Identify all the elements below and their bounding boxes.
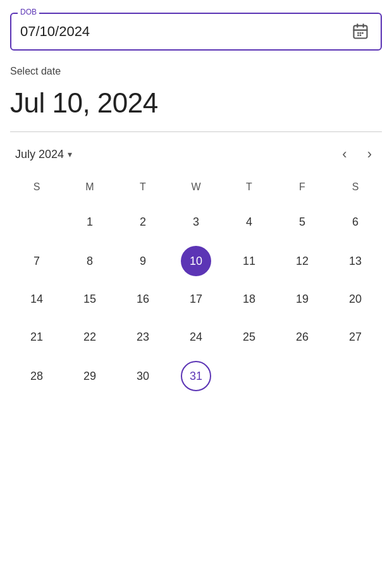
big-date-display: Jul 10, 2024: [10, 87, 382, 119]
calendar-week-row: 14151617181920: [10, 280, 382, 318]
day-empty: [287, 360, 317, 390]
calendar-cell: 26: [276, 318, 329, 356]
weekday-header: W: [169, 176, 223, 202]
day-button[interactable]: 3: [181, 207, 211, 237]
calendar-cell: 27: [329, 318, 382, 356]
calendar-icon: [352, 23, 369, 40]
day-button[interactable]: 23: [128, 322, 158, 352]
day-button[interactable]: 6: [340, 207, 371, 237]
next-month-button[interactable]: ›: [362, 145, 377, 164]
day-button[interactable]: 13: [340, 246, 371, 276]
calendar-cell: 29: [63, 356, 116, 396]
nav-arrows: ‹ ›: [337, 145, 377, 164]
day-button[interactable]: 7: [21, 246, 52, 276]
day-button[interactable]: 19: [287, 284, 317, 314]
calendar-cell: 15: [63, 280, 116, 318]
weekday-row: SMTWTFS: [10, 176, 382, 202]
calendar-cell: 31: [169, 356, 223, 396]
weekday-header: T: [223, 176, 276, 202]
weekday-header: S: [10, 176, 63, 202]
calendar-cell: 10: [169, 242, 223, 280]
calendar-cell: 2: [116, 202, 169, 242]
dob-input-row: 07/10/2024: [20, 20, 372, 43]
weekday-header: M: [63, 176, 116, 202]
day-button[interactable]: 10: [181, 246, 211, 276]
day-button[interactable]: 2: [128, 207, 158, 237]
calendar-cell: [329, 356, 382, 396]
dob-field: DOB 07/10/2024: [10, 13, 382, 51]
divider: [10, 131, 382, 132]
day-button[interactable]: 16: [128, 284, 158, 314]
day-button[interactable]: 22: [75, 322, 105, 352]
select-date-label: Select date: [10, 66, 382, 77]
day-button[interactable]: 26: [287, 322, 317, 352]
day-button[interactable]: 9: [128, 246, 158, 276]
day-button[interactable]: 17: [181, 284, 211, 314]
calendar-toggle-button[interactable]: [349, 20, 372, 43]
calendar-cell: 24: [169, 318, 223, 356]
day-button[interactable]: 12: [287, 246, 317, 276]
calendar-cell: 13: [329, 242, 382, 280]
svg-rect-0: [354, 26, 367, 39]
dob-value: 07/10/2024: [20, 23, 90, 40]
day-button[interactable]: 14: [21, 284, 52, 314]
calendar-cell: 30: [116, 356, 169, 396]
calendar-cell: 28: [10, 356, 63, 396]
day-button[interactable]: 27: [340, 322, 371, 352]
weekday-header: T: [116, 176, 169, 202]
day-empty: [234, 360, 264, 390]
calendar-week-row: 28293031: [10, 356, 382, 396]
day-button[interactable]: 1: [75, 207, 105, 237]
calendar-body: 1234567891011121314151617181920212223242…: [10, 202, 382, 396]
calendar-cell: 9: [116, 242, 169, 280]
page-wrapper: DOB 07/10/2024 Select date Jul 10, 202: [0, 0, 392, 422]
calendar-week-row: 21222324252627: [10, 318, 382, 356]
dropdown-arrow-icon: ▾: [68, 149, 72, 159]
weekday-header: F: [276, 176, 329, 202]
calendar-cell: 19: [276, 280, 329, 318]
day-button[interactable]: 18: [234, 284, 264, 314]
weekday-header: S: [329, 176, 382, 202]
prev-month-button[interactable]: ‹: [337, 145, 352, 164]
calendar-cell: 21: [10, 318, 63, 356]
calendar-cell: 4: [223, 202, 276, 242]
calendar-cell: 16: [116, 280, 169, 318]
day-button[interactable]: 5: [287, 207, 317, 237]
calendar-cell: 6: [329, 202, 382, 242]
calendar-cell: 22: [63, 318, 116, 356]
day-empty: [340, 360, 371, 390]
calendar-cell: 23: [116, 318, 169, 356]
calendar-cell: 17: [169, 280, 223, 318]
day-button[interactable]: 8: [75, 246, 105, 276]
day-button[interactable]: 15: [75, 284, 105, 314]
day-button[interactable]: 25: [234, 322, 264, 352]
calendar-week-row: 123456: [10, 202, 382, 242]
calendar-cell: 20: [329, 280, 382, 318]
calendar-header: SMTWTFS: [10, 176, 382, 202]
day-button[interactable]: 30: [128, 361, 158, 391]
calendar-cell: 5: [276, 202, 329, 242]
calendar-cell: 11: [223, 242, 276, 280]
calendar-cell: 14: [10, 280, 63, 318]
calendar-cell: [276, 356, 329, 396]
day-button[interactable]: 24: [181, 322, 211, 352]
calendar-cell: 12: [276, 242, 329, 280]
day-button[interactable]: 20: [340, 284, 371, 314]
calendar-cell: [223, 356, 276, 396]
day-empty: [21, 205, 52, 236]
day-button[interactable]: 11: [234, 246, 264, 276]
calendar-cell: 8: [63, 242, 116, 280]
calendar-cell: 25: [223, 318, 276, 356]
month-year-dropdown-button[interactable]: July 2024 ▾: [15, 148, 72, 161]
calendar-cell: 3: [169, 202, 223, 242]
day-button[interactable]: 28: [21, 361, 52, 391]
day-button[interactable]: 21: [21, 322, 52, 352]
day-button[interactable]: 29: [75, 361, 105, 391]
month-year-label: July 2024: [15, 148, 64, 161]
calendar-cell: [10, 202, 63, 242]
dob-label: DOB: [18, 8, 39, 16]
calendar-week-row: 78910111213: [10, 242, 382, 280]
day-button[interactable]: 31: [181, 361, 211, 391]
day-button[interactable]: 4: [234, 207, 264, 237]
calendar-cell: 1: [63, 202, 116, 242]
